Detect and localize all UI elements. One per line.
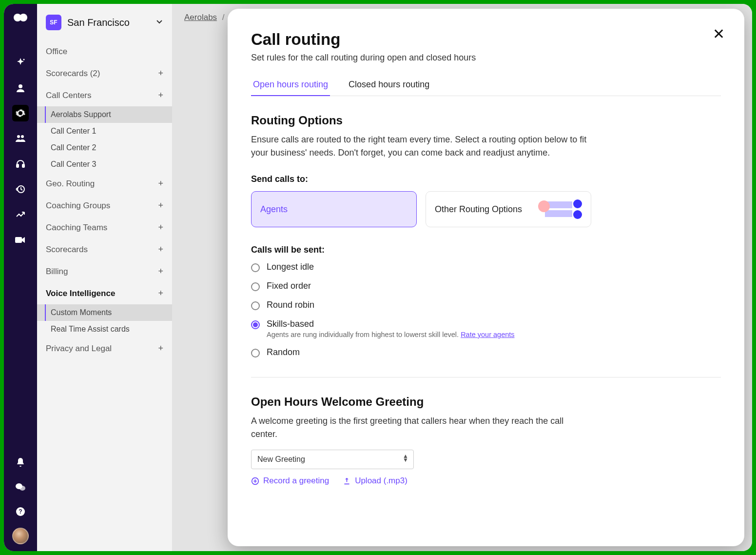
calls-sent-radio-group: Longest idle Fixed order Round robin Ski… xyxy=(251,262,721,357)
gear-icon[interactable] xyxy=(12,105,29,121)
plus-icon[interactable]: + xyxy=(158,200,163,211)
svg-text:?: ? xyxy=(19,508,22,515)
routing-options-heading: Routing Options xyxy=(251,114,721,127)
plus-icon[interactable]: + xyxy=(158,222,163,233)
route-card-agents[interactable]: Agents xyxy=(251,191,417,227)
nav-privacy-legal[interactable]: Privacy and Legal + xyxy=(37,337,172,359)
history-icon[interactable] xyxy=(12,181,29,198)
chevron-down-icon xyxy=(155,18,163,27)
nav-aerolabs-support[interactable]: Aerolabs Support xyxy=(37,106,172,123)
upload-icon xyxy=(343,477,351,485)
plus-icon[interactable]: + xyxy=(158,178,163,189)
nav-call-center-2[interactable]: Call Center 2 xyxy=(37,139,172,156)
call-routing-modal: ✕ Call routing Set rules for the call ro… xyxy=(228,9,744,546)
plus-icon[interactable]: + xyxy=(158,266,163,277)
trending-icon[interactable] xyxy=(12,206,29,223)
plus-icon[interactable]: + xyxy=(158,343,163,354)
radio-random[interactable]: Random xyxy=(251,347,721,357)
app-logo[interactable] xyxy=(14,11,27,26)
chat-icon[interactable] xyxy=(12,479,29,496)
svg-rect-7 xyxy=(17,164,19,167)
send-calls-to-label: Send calls to: xyxy=(251,174,721,184)
svg-point-4 xyxy=(19,112,22,115)
radio-desc: Agents are rung individually from highes… xyxy=(267,331,515,338)
help-icon[interactable]: ? xyxy=(12,503,29,520)
nav-call-center-1[interactable]: Call Center 1 xyxy=(37,123,172,139)
nav-voice-intelligence[interactable]: Voice Intelligence + xyxy=(37,282,172,304)
plus-icon[interactable]: + xyxy=(158,68,163,79)
sparkle-icon[interactable] xyxy=(12,54,29,71)
svg-point-1 xyxy=(19,14,27,21)
sidebar: SF San Francisco Office Scorecards (2) +… xyxy=(37,4,173,551)
nav-billing[interactable]: Billing + xyxy=(37,260,172,282)
icon-rail: ? xyxy=(4,4,37,551)
divider xyxy=(251,377,721,377)
routing-illustration-icon xyxy=(538,199,582,219)
plus-icon[interactable]: + xyxy=(158,90,163,100)
svg-rect-8 xyxy=(22,164,24,167)
headset-icon[interactable] xyxy=(12,156,29,172)
svg-rect-10 xyxy=(15,237,22,243)
svg-point-3 xyxy=(19,84,22,88)
nav-custom-moments[interactable]: Custom Moments xyxy=(37,304,172,321)
user-icon[interactable] xyxy=(12,79,29,96)
svg-point-2 xyxy=(23,59,25,60)
nav-rta-cards[interactable]: Real Time Assist cards xyxy=(37,321,172,337)
plus-icon[interactable]: + xyxy=(158,288,163,298)
radio-icon xyxy=(251,301,260,310)
radio-icon xyxy=(251,349,260,357)
nav-call-center-3[interactable]: Call Center 3 xyxy=(37,156,172,173)
greeting-select[interactable]: New Greeting ▲▼ xyxy=(251,450,414,469)
people-icon[interactable] xyxy=(12,130,29,147)
video-icon[interactable] xyxy=(12,232,29,248)
upload-mp3-button[interactable]: Upload (.mp3) xyxy=(343,476,407,486)
radio-longest-idle[interactable]: Longest idle xyxy=(251,262,721,272)
tab-open-hours[interactable]: Open hours routing xyxy=(251,76,330,96)
tab-closed-hours[interactable]: Closed hours routing xyxy=(347,76,431,96)
nav-scorecards[interactable]: Scorecards + xyxy=(37,238,172,260)
radio-icon xyxy=(251,282,260,291)
app-window: ? SF San Francisco Office Scorecards (2)… xyxy=(4,4,752,551)
nav-call-centers[interactable]: Call Centers + xyxy=(37,84,172,106)
nav-coaching-groups[interactable]: Coaching Groups + xyxy=(37,195,172,217)
greeting-heading: Open Hours Welcome Greeting xyxy=(251,395,721,409)
bell-icon[interactable] xyxy=(12,455,29,471)
avatar[interactable] xyxy=(12,528,29,544)
close-icon[interactable]: ✕ xyxy=(713,25,725,42)
office-badge: SF xyxy=(46,15,61,30)
radio-icon xyxy=(251,263,260,272)
modal-tabs: Open hours routing Closed hours routing xyxy=(251,76,721,96)
record-greeting-button[interactable]: Record a greeting xyxy=(251,476,329,486)
office-name: San Francisco xyxy=(67,17,155,28)
nav-office[interactable]: Office xyxy=(37,41,172,62)
radio-skills-based[interactable]: Skills-based Agents are rung individuall… xyxy=(251,319,721,338)
plus-circle-icon xyxy=(251,477,259,485)
modal-subtitle: Set rules for the call routing during op… xyxy=(251,53,721,63)
radio-icon xyxy=(251,320,260,329)
select-chevrons-icon: ▲▼ xyxy=(403,454,408,462)
nav-coaching-teams[interactable]: Caoching Teams + xyxy=(37,217,172,238)
nav-scorecards-2[interactable]: Scorecards (2) + xyxy=(37,62,172,84)
radio-fixed-order[interactable]: Fixed order xyxy=(251,281,721,291)
modal-title: Call routing xyxy=(251,30,721,49)
routing-options-desc: Ensure calls are routed to the right tea… xyxy=(251,133,592,159)
svg-point-12 xyxy=(19,486,25,491)
route-card-other[interactable]: Other Routing Options xyxy=(426,191,591,227)
greeting-desc: A welcome greeting is the first greeting… xyxy=(251,415,592,441)
svg-point-6 xyxy=(21,135,24,138)
nav-geo-routing[interactable]: Geo. Routing + xyxy=(37,173,172,195)
calls-sent-label: Calls will be sent: xyxy=(251,245,721,255)
rate-agents-link[interactable]: Rate your agents xyxy=(461,331,514,338)
radio-round-robin[interactable]: Round robin xyxy=(251,300,721,310)
plus-icon[interactable]: + xyxy=(158,244,163,255)
office-selector[interactable]: SF San Francisco xyxy=(37,10,172,41)
svg-point-5 xyxy=(17,135,20,138)
